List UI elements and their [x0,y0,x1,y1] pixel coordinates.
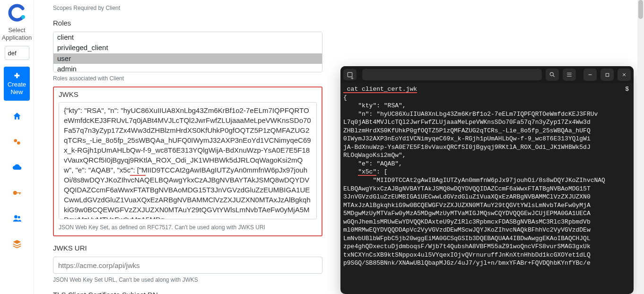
jwks-uri-hint: JSON Web Key Set URL, Can't be used alon… [53,277,322,283]
role-option[interactable]: privileged_client [53,43,322,53]
sidebar: Select Application def ✚ Create New [0,0,34,294]
svg-point-3 [13,191,17,195]
svg-point-7 [17,216,20,218]
select-application-label: Select Application [0,26,34,41]
jwks-uri-label: JWKS URI [53,244,322,252]
terminal-body[interactable]: $ cat client_cert.jwk { "kty": "RSA", "n… [340,83,634,294]
terminal-output-line: L7q0jABt4MVJLcTQl2JwrFwfZLUjaaaMeLpeVWKn… [343,118,631,127]
layers-icon[interactable] [12,239,22,249]
terminal-output-line: RLOqWagoKsi2mQw", [343,151,631,160]
role-option[interactable]: client [53,32,322,43]
home-icon[interactable] [12,111,22,121]
role-option[interactable]: user [53,53,322,64]
terminal-output-line: "kty": "RSA", [343,102,631,110]
create-new-label: Create New [8,81,26,95]
nav-icons [12,111,22,249]
minimize-button[interactable] [583,69,597,81]
gears-icon[interactable] [12,137,22,147]
terminal-output-line: wGQnJhemlsMRUwEwYDVQQKDAxteU9yZ1Rlc3Rpbm… [343,218,631,226]
terminal-output-line: "MIID9TCCAt2gAwIBAgIUTZyAn0mmfnW6pJx97jo… [343,176,631,185]
new-tab-button[interactable]: + [343,69,357,80]
roles-label: Roles [53,19,322,27]
svg-line-10 [553,76,555,77]
terminal-output-line: 5MDgwMzUyMTVaFw0yMzA5MDgwMzUyMTVaMIGJMQs… [343,209,631,218]
terminal-output-line: "e": "AQAB", [343,160,631,168]
plus-icon: + [351,76,354,81]
close-button[interactable] [618,69,631,81]
terminal-output-line: zpe4ghQDxectuDjdmboqsF/Wjb7t4QubshA8VBFM… [343,242,631,251]
roles-hint: Roles associated with Client [53,75,322,82]
svg-point-1 [14,139,17,142]
cloud-icon[interactable] [12,162,22,173]
terminal-output-line: ELBQAwgYkxCzAJBgNVBAYTAkJSMQ8wDQYDVQQIDA… [343,185,631,193]
terminal-window: + $ cat client_cert.jwk { "kty": "RSA", … [340,66,634,294]
scrollbar-thumb[interactable] [638,0,643,19]
terminal-output-line: jA-BdXnuWzp-YsA0E7E5F18vVauxQRCf5I0jBgyq… [343,143,631,152]
terminal-output-line: { [343,94,631,102]
jwks-uri-input[interactable] [53,257,322,274]
terminal-output-line: 0IWymJ32AXP3nEoYd1VCNimyqeC69x_k-RGjh1pU… [343,135,631,143]
jwks-label: JWKS [59,90,317,98]
svg-rect-15 [606,73,609,76]
page-scrollbar[interactable] [637,0,644,294]
jwks-textarea[interactable] [59,102,317,219]
application-select[interactable]: def [5,46,29,60]
svg-point-9 [550,72,553,76]
maximize-button[interactable] [600,69,614,81]
command-line: cat client_cert.jwk [343,86,417,93]
role-option[interactable]: admin [53,64,322,72]
terminal-output-line: ZHBlzmHrdXS0KfUhkP0gfOQTZ5P1zQMFAZUG2qTC… [343,127,631,135]
svg-rect-4 [17,192,21,193]
search-icon[interactable] [546,69,559,81]
tls-subject-label: TLS Client Certificate Subject DN [53,291,322,294]
prompt-indicator: $ [625,85,629,94]
jwks-hint: JSON Web Key Set, as defined on RFC7517.… [59,224,317,231]
terminal-output-line: MTAxJzAlBgkqhkiG9w0BCQEWGFVzZXJUZXN0MTAu… [343,201,631,210]
terminal-output-line: LmNvbUBlbWFpbC5jb20wggEiMA0GCSqGSIb3DQEB… [343,234,631,243]
jwks-block-highlight: JWKS JSON Web Key Set, as defined on RFC… [53,86,322,236]
users-icon[interactable] [12,213,22,224]
hamburger-menu-icon[interactable] [563,69,576,81]
terminal-output-line: 3JnVGVzdGluZzEUMBIGA1UECwwLdGVzdGluZ1Vua… [343,193,631,201]
terminal-output-line: ml0MRMwEQYDVQQDDApVc2VyVGVzdDEwMScwJQYJK… [343,226,631,234]
terminal-output-line: p9SGQ/SB85BNnk/XNAwUBlQbapMJGz/4uJ7/yjl+… [343,259,631,268]
terminal-output-line: txNCXYnCsXB9ktSNppox4ul5VYqexIOjvQVrnuru… [343,251,631,259]
terminal-titlebar: + [340,66,634,83]
svg-point-0 [21,15,25,19]
logo [7,3,27,23]
terminal-output-line: "x5c": [ [343,168,631,176]
svg-rect-5 [19,192,20,194]
terminal-output-line: "n": "hyUC86XuIIUA8XnLbg43Zm6KrBf1o2-7eE… [343,110,631,119]
key-icon[interactable] [12,188,22,198]
x5c-underline-annotation [130,175,146,176]
svg-point-6 [14,216,17,219]
svg-point-2 [17,141,20,145]
plus-icon: ✚ [6,72,28,80]
create-new-button[interactable]: ✚ Create New [4,67,30,101]
roles-listbox[interactable]: clientprivileged_clientuseradmin [53,32,322,72]
scopes-hint: Scopes Required by Client [53,5,322,11]
main-panel: Scopes Required by Client Roles clientpr… [34,0,332,294]
terminal-address-bar[interactable] [362,69,542,80]
